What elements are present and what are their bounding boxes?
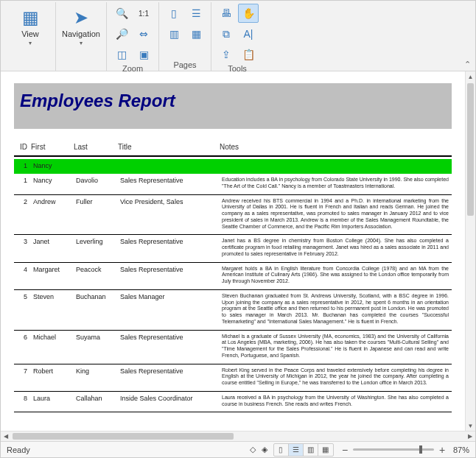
cell-last: Buchanan	[73, 289, 117, 330]
nav-prev-button[interactable]: ◇	[250, 445, 256, 454]
tool-paste-button[interactable]: 📋	[238, 45, 259, 64]
cell-first: Laura	[30, 391, 73, 412]
col-first: First	[30, 142, 73, 156]
marquee-icon: ◫	[117, 49, 127, 60]
table-row: 1NancyDavolioSales RepresentativeEducati…	[14, 174, 452, 194]
view-mode-continuous[interactable]: ☰	[289, 444, 304, 456]
cell-notes: Margaret holds a BA in English literatur…	[219, 262, 452, 289]
app-window: ▦ View ▾ ➤ Navigation ▾ 🔍 1:1	[0, 0, 476, 458]
fit-page-icon: ▣	[139, 49, 149, 60]
zoom-in-icon: 🔍	[116, 7, 128, 19]
cell-id: 3	[14, 235, 30, 262]
page-continuous-button[interactable]: ☰	[186, 4, 206, 23]
zoom-out-button[interactable]: 🔎	[111, 24, 132, 43]
zoom-in-button[interactable]: 🔍	[111, 4, 132, 23]
zoom-region-button[interactable]: ◫	[111, 45, 132, 64]
scroll-up-button[interactable]: ▲	[466, 71, 476, 82]
cell-last: Fuller	[73, 194, 117, 235]
employees-table: ID First Last Title Notes 1Nancy1NancyDa…	[14, 142, 452, 412]
cell-notes: Education includes a BA in psychology fr…	[219, 174, 452, 194]
scroll-track[interactable]	[11, 431, 465, 441]
page-facing-button[interactable]: ▥	[164, 24, 184, 43]
page-multi-button[interactable]: ▦	[186, 24, 206, 43]
zoom-11-label: 1:1	[139, 10, 149, 18]
tool-hand-button[interactable]: ✋	[238, 4, 259, 23]
cell-title: Sales Representative	[117, 262, 219, 289]
report-title-band: Employees Report	[14, 83, 452, 129]
table-row: 3JanetLeverlingSales RepresentativeJanet…	[14, 235, 452, 262]
ribbon-group-tools: 🖶 ✋ ⧉ A| ⇪ 📋 Tools	[211, 2, 263, 71]
text-select-icon: A|	[244, 28, 253, 40]
cell-title: Sales Manager	[117, 289, 219, 330]
view-mode-single[interactable]: ▯	[274, 444, 289, 456]
zoom-percent[interactable]: 87%	[453, 445, 469, 454]
print-icon: 🖶	[221, 7, 231, 19]
cell-title: Sales Representative	[117, 174, 219, 194]
navigation-button[interactable]: ➤ Navigation ▾	[60, 4, 102, 54]
cell-title: Inside Sales Coordinator	[117, 391, 219, 412]
view-icon: ▦	[22, 7, 39, 28]
nav-next-button[interactable]: ◈	[262, 445, 267, 454]
navigation-button-label: Navigation	[62, 29, 100, 38]
horizontal-scrollbar[interactable]: ◀ ▶	[1, 431, 475, 441]
cell-notes: Laura received a BA in psychology from t…	[219, 391, 452, 412]
zoom-11-button[interactable]: 1:1	[133, 4, 154, 23]
scroll-right-button[interactable]: ▶	[465, 431, 475, 442]
report-title: Employees Report	[20, 91, 446, 111]
scroll-track[interactable]	[466, 82, 475, 420]
ribbon-collapse-button[interactable]: ⌃	[464, 60, 471, 69]
zoom-track[interactable]	[353, 448, 434, 451]
cell-title: Sales Representative	[117, 235, 219, 262]
paste-icon: 📋	[242, 49, 255, 60]
table-row: 8LauraCallahanInside Sales CoordinatorLa…	[14, 391, 452, 412]
cell-notes: Andrew received his BTS commercial in 19…	[219, 194, 452, 235]
fit-width-button[interactable]: ⇔	[133, 24, 154, 43]
dropdown-arrow-icon: ▾	[29, 40, 32, 46]
viewport-wrap: Employees Report ID First Last Title Not…	[1, 71, 475, 431]
cell-title: Sales Representative	[117, 364, 219, 391]
col-title: Title	[117, 142, 219, 156]
report-viewport[interactable]: Employees Report ID First Last Title Not…	[1, 71, 465, 431]
report-page: Employees Report ID First Last Title Not…	[14, 83, 452, 412]
scroll-left-button[interactable]: ◀	[1, 431, 11, 442]
vertical-scrollbar[interactable]: ▲ ▼	[465, 71, 475, 431]
cell-first: Nancy	[30, 159, 73, 174]
export-icon: ⇪	[222, 49, 231, 60]
cell-last: Suyama	[73, 330, 117, 364]
hand-icon: ✋	[242, 7, 255, 19]
cell-title: Sales Representative	[117, 330, 219, 364]
cell-notes: Steven Buchanan graduated from St. Andre…	[219, 289, 452, 330]
cell-first: Janet	[30, 235, 73, 262]
scroll-thumb[interactable]	[13, 433, 234, 440]
table-row: 6MichaelSuyamaSales RepresentativeMichae…	[14, 330, 452, 364]
col-last: Last	[73, 142, 117, 156]
page-multi-icon: ▦	[192, 28, 201, 40]
ribbon: ▦ View ▾ ➤ Navigation ▾ 🔍 1:1	[1, 1, 475, 71]
view-mode-facing[interactable]: ▥	[304, 444, 318, 456]
zoom-minus-button[interactable]: −	[340, 444, 350, 456]
tool-text-button[interactable]: A|	[238, 24, 259, 43]
cell-last: King	[73, 364, 117, 391]
cell-notes: Robert King served in the Peace Corps an…	[219, 364, 452, 391]
scroll-thumb[interactable]	[467, 83, 474, 216]
fit-page-button[interactable]: ▣	[133, 45, 154, 64]
view-button[interactable]: ▦ View ▾	[10, 4, 51, 54]
page-single-button[interactable]: ▯	[164, 4, 184, 23]
zoom-out-icon: 🔎	[116, 28, 128, 40]
zoom-knob[interactable]	[419, 445, 422, 454]
table-row: 7RobertKingSales RepresentativeRobert Ki…	[14, 364, 452, 391]
view-button-label: View	[21, 29, 39, 38]
table-row-highlight: 1Nancy	[14, 159, 452, 174]
cell-id: 7	[14, 364, 30, 391]
tool-print-button[interactable]: 🖶	[216, 4, 237, 23]
cell-notes	[219, 159, 452, 174]
tool-copy-button[interactable]: ⧉	[216, 24, 237, 43]
cell-id: 2	[14, 194, 30, 235]
table-row: 4MargaretPeacockSales RepresentativeMarg…	[14, 262, 452, 289]
page-single-icon: ▯	[171, 7, 177, 19]
zoom-plus-button[interactable]: +	[437, 444, 447, 456]
view-mode-switcher: ▯ ☰ ▥ ▦	[273, 443, 334, 457]
scroll-down-button[interactable]: ▼	[466, 420, 476, 431]
tool-export-button[interactable]: ⇪	[216, 45, 237, 64]
view-mode-multi[interactable]: ▦	[318, 444, 333, 456]
